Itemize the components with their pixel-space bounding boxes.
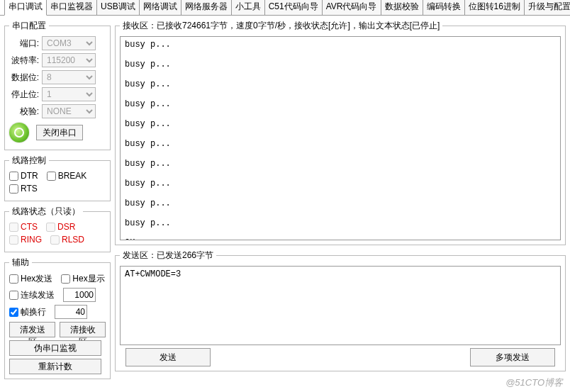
fake-monitor-button[interactable]: 伪串口监视: [9, 340, 101, 356]
tab-6[interactable]: C51代码向导: [264, 0, 323, 15]
port-label: 端口:: [9, 38, 39, 50]
dsr-status: DSR: [46, 222, 75, 232]
tab-5[interactable]: 小工具: [231, 0, 265, 15]
clear-send-button[interactable]: 清发送区: [9, 322, 55, 337]
line-control-legend: 线路控制: [9, 155, 49, 167]
recv-group: 接收区：已接收724661字节，速度0字节/秒，接收状态[允许]，输出文本状态[…: [115, 20, 566, 245]
connection-status-icon: [9, 123, 29, 142]
close-port-button[interactable]: 关闭串口: [36, 125, 83, 140]
line-control-group: 线路控制 DTR BREAK RTS: [4, 155, 111, 201]
dtr-checkbox[interactable]: DTR: [9, 171, 38, 181]
tab-4[interactable]: 网络服务器: [181, 0, 232, 15]
recv-legend: 接收区：已接收724661字节，速度0字节/秒，接收状态[允许]，输出文本状态[…: [120, 20, 442, 32]
recv-textarea[interactable]: [120, 36, 561, 240]
frame-newline-checkbox[interactable]: 帧换行: [9, 306, 46, 318]
aux-legend: 辅助: [9, 257, 32, 269]
tab-8[interactable]: 数据校验: [381, 0, 423, 15]
databits-label: 数据位:: [9, 72, 39, 84]
serial-config-legend: 串口配置: [9, 20, 49, 32]
continuous-send-checkbox[interactable]: 连续发送: [9, 289, 55, 301]
tab-11[interactable]: 升级与配置: [524, 0, 570, 15]
tab-10[interactable]: 位图转16进制: [464, 0, 525, 15]
hex-show-checkbox[interactable]: Hex显示: [61, 273, 104, 285]
baud-label: 波特率:: [9, 55, 39, 67]
frame-value-input[interactable]: [55, 305, 87, 319]
tab-3[interactable]: 网络调试: [139, 0, 181, 15]
aux-group: 辅助 Hex发送 Hex显示 连续发送 帧换行 清发送区 清接收区 伪串口监视 …: [4, 257, 111, 379]
stopbits-select[interactable]: 1: [42, 87, 96, 101]
tab-9[interactable]: 编码转换: [423, 0, 465, 15]
multi-send-button[interactable]: 多项发送: [470, 348, 555, 366]
parity-select[interactable]: NONE: [42, 104, 96, 118]
serial-config-group: 串口配置 端口: COM3 波特率: 115200 数据位: 8 停止位: 1 …: [4, 20, 111, 150]
tab-0[interactable]: 串口调试: [4, 0, 47, 16]
rlsd-status: RLSD: [50, 235, 84, 245]
cts-status: CTS: [9, 222, 38, 232]
tab-2[interactable]: USB调试: [96, 0, 140, 15]
send-button[interactable]: 发送: [125, 348, 211, 366]
ring-status: RING: [9, 235, 42, 245]
port-select[interactable]: COM3: [42, 36, 96, 50]
databits-select[interactable]: 8: [42, 70, 96, 84]
line-status-group: 线路状态（只读） CTS DSR RING RLSD: [4, 206, 111, 252]
parity-label: 校验:: [9, 106, 39, 118]
tab-bar: 串口调试串口监视器USB调试网络调试网络服务器小工具C51代码向导AVR代码向导…: [0, 0, 570, 16]
stopbits-label: 停止位:: [9, 89, 39, 101]
send-textarea[interactable]: [120, 266, 561, 345]
rts-checkbox[interactable]: RTS: [9, 184, 38, 194]
continuous-interval-input[interactable]: [63, 288, 96, 302]
baud-select[interactable]: 115200: [42, 53, 96, 67]
clear-recv-button[interactable]: 清接收区: [60, 322, 106, 337]
send-group: 发送区：已发送266字节 发送 多项发送: [115, 250, 566, 371]
break-checkbox[interactable]: BREAK: [47, 171, 87, 181]
recount-button[interactable]: 重新计数: [9, 359, 101, 374]
send-legend: 发送区：已发送266字节: [120, 250, 216, 262]
tab-1[interactable]: 串口监视器: [46, 0, 97, 15]
line-status-legend: 线路状态（只读）: [9, 206, 83, 218]
hex-send-checkbox[interactable]: Hex发送: [9, 273, 52, 285]
tab-7[interactable]: AVR代码向导: [322, 0, 381, 15]
